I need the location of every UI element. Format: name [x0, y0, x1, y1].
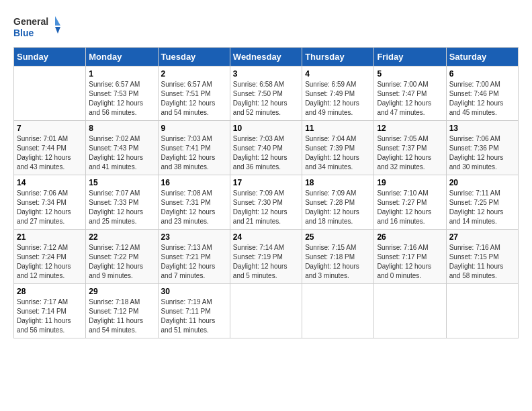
- day-number: 27: [449, 232, 515, 242]
- weekday-header-thursday: Thursday: [302, 48, 374, 66]
- calendar-cell: 28Sunrise: 7:17 AM Sunset: 7:14 PM Dayli…: [14, 284, 86, 338]
- day-info: Sunrise: 7:12 AM Sunset: 7:24 PM Dayligh…: [17, 243, 83, 281]
- day-number: 30: [161, 287, 227, 296]
- day-number: 15: [89, 178, 154, 187]
- calendar-cell: 6Sunrise: 7:00 AM Sunset: 7:46 PM Daylig…: [446, 66, 518, 121]
- weekday-header-sunday: Sunday: [14, 48, 86, 66]
- day-info: Sunrise: 7:01 AM Sunset: 7:44 PM Dayligh…: [17, 134, 83, 172]
- day-number: 13: [449, 124, 515, 133]
- calendar-cell: 13Sunrise: 7:06 AM Sunset: 7:36 PM Dayli…: [446, 121, 518, 175]
- day-number: 1: [89, 69, 154, 79]
- day-number: 20: [449, 178, 515, 187]
- calendar-cell: 21Sunrise: 7:12 AM Sunset: 7:24 PM Dayli…: [14, 230, 86, 284]
- calendar-cell: 1Sunrise: 6:57 AM Sunset: 7:53 PM Daylig…: [86, 66, 158, 121]
- day-number: 17: [233, 178, 299, 187]
- calendar-cell: 24Sunrise: 7:14 AM Sunset: 7:19 PM Dayli…: [230, 230, 302, 284]
- calendar-week-row: 7Sunrise: 7:01 AM Sunset: 7:44 PM Daylig…: [14, 121, 519, 175]
- day-info: Sunrise: 7:00 AM Sunset: 7:46 PM Dayligh…: [449, 80, 515, 118]
- calendar-cell: 23Sunrise: 7:13 AM Sunset: 7:21 PM Dayli…: [158, 230, 230, 284]
- day-info: Sunrise: 7:03 AM Sunset: 7:40 PM Dayligh…: [233, 134, 299, 172]
- day-number: 3: [233, 69, 299, 79]
- day-info: Sunrise: 7:14 AM Sunset: 7:19 PM Dayligh…: [233, 243, 299, 281]
- calendar-week-row: 1Sunrise: 6:57 AM Sunset: 7:53 PM Daylig…: [14, 66, 519, 121]
- svg-text:Blue: Blue: [13, 28, 34, 38]
- calendar-cell: 18Sunrise: 7:09 AM Sunset: 7:28 PM Dayli…: [302, 175, 374, 230]
- day-info: Sunrise: 7:02 AM Sunset: 7:43 PM Dayligh…: [89, 134, 154, 172]
- day-number: 7: [17, 124, 83, 133]
- calendar-cell: 9Sunrise: 7:03 AM Sunset: 7:41 PM Daylig…: [158, 121, 230, 175]
- calendar-cell: 8Sunrise: 7:02 AM Sunset: 7:43 PM Daylig…: [86, 121, 158, 175]
- day-info: Sunrise: 7:09 AM Sunset: 7:30 PM Dayligh…: [233, 189, 299, 226]
- day-info: Sunrise: 6:57 AM Sunset: 7:51 PM Dayligh…: [161, 80, 227, 118]
- day-info: Sunrise: 7:07 AM Sunset: 7:33 PM Dayligh…: [89, 189, 154, 226]
- calendar-cell: 22Sunrise: 7:12 AM Sunset: 7:22 PM Dayli…: [86, 230, 158, 284]
- calendar-cell: 25Sunrise: 7:15 AM Sunset: 7:18 PM Dayli…: [302, 230, 374, 284]
- day-number: 26: [377, 232, 443, 242]
- day-number: 21: [17, 232, 83, 242]
- day-info: Sunrise: 6:57 AM Sunset: 7:53 PM Dayligh…: [89, 80, 154, 118]
- svg-text:General: General: [13, 16, 48, 27]
- calendar-table: SundayMondayTuesdayWednesdayThursdayFrid…: [13, 47, 519, 338]
- calendar-cell: 19Sunrise: 7:10 AM Sunset: 7:27 PM Dayli…: [374, 175, 446, 230]
- calendar-cell: 5Sunrise: 7:00 AM Sunset: 7:47 PM Daylig…: [374, 66, 446, 121]
- day-number: 11: [305, 124, 371, 133]
- day-info: Sunrise: 7:05 AM Sunset: 7:37 PM Dayligh…: [377, 134, 443, 172]
- calendar-week-row: 28Sunrise: 7:17 AM Sunset: 7:14 PM Dayli…: [14, 284, 519, 338]
- day-info: Sunrise: 7:11 AM Sunset: 7:25 PM Dayligh…: [449, 189, 515, 226]
- calendar-cell: 14Sunrise: 7:06 AM Sunset: 7:34 PM Dayli…: [14, 175, 86, 230]
- calendar-cell: 30Sunrise: 7:19 AM Sunset: 7:11 PM Dayli…: [158, 284, 230, 338]
- calendar-cell: 20Sunrise: 7:11 AM Sunset: 7:25 PM Dayli…: [446, 175, 518, 230]
- day-info: Sunrise: 6:58 AM Sunset: 7:50 PM Dayligh…: [233, 80, 299, 118]
- day-info: Sunrise: 6:59 AM Sunset: 7:49 PM Dayligh…: [305, 80, 371, 118]
- day-number: 18: [305, 178, 371, 187]
- svg-marker-2: [55, 16, 60, 26]
- day-info: Sunrise: 7:16 AM Sunset: 7:17 PM Dayligh…: [377, 243, 443, 281]
- day-info: Sunrise: 7:08 AM Sunset: 7:31 PM Dayligh…: [161, 189, 227, 226]
- calendar-week-row: 21Sunrise: 7:12 AM Sunset: 7:24 PM Dayli…: [14, 230, 519, 284]
- calendar-cell: [374, 284, 446, 338]
- day-number: 19: [377, 178, 443, 187]
- weekday-header-monday: Monday: [86, 48, 158, 66]
- day-info: Sunrise: 7:04 AM Sunset: 7:39 PM Dayligh…: [305, 134, 371, 172]
- calendar-cell: [302, 284, 374, 338]
- day-number: 25: [305, 232, 371, 242]
- svg-marker-3: [55, 27, 60, 34]
- calendar-cell: 26Sunrise: 7:16 AM Sunset: 7:17 PM Dayli…: [374, 230, 446, 284]
- day-info: Sunrise: 7:16 AM Sunset: 7:15 PM Dayligh…: [449, 243, 515, 281]
- day-number: 6: [449, 69, 515, 79]
- calendar-cell: 15Sunrise: 7:07 AM Sunset: 7:33 PM Dayli…: [86, 175, 158, 230]
- day-number: 8: [89, 124, 154, 133]
- calendar-cell: 4Sunrise: 6:59 AM Sunset: 7:49 PM Daylig…: [302, 66, 374, 121]
- day-number: 12: [377, 124, 443, 133]
- calendar-cell: [230, 284, 302, 338]
- day-info: Sunrise: 7:19 AM Sunset: 7:11 PM Dayligh…: [161, 298, 227, 335]
- calendar-cell: 7Sunrise: 7:01 AM Sunset: 7:44 PM Daylig…: [14, 121, 86, 175]
- day-number: 22: [89, 232, 154, 242]
- calendar-cell: 3Sunrise: 6:58 AM Sunset: 7:50 PM Daylig…: [230, 66, 302, 121]
- day-info: Sunrise: 7:00 AM Sunset: 7:47 PM Dayligh…: [377, 80, 443, 118]
- day-number: 24: [233, 232, 299, 242]
- calendar-cell: 27Sunrise: 7:16 AM Sunset: 7:15 PM Dayli…: [446, 230, 518, 284]
- day-number: 16: [161, 178, 227, 187]
- day-info: Sunrise: 7:17 AM Sunset: 7:14 PM Dayligh…: [17, 298, 83, 335]
- day-number: 5: [377, 69, 443, 79]
- calendar-cell: 16Sunrise: 7:08 AM Sunset: 7:31 PM Dayli…: [158, 175, 230, 230]
- logo: General Blue: [13, 13, 60, 40]
- weekday-header-tuesday: Tuesday: [158, 48, 230, 66]
- header: General Blue: [13, 13, 519, 40]
- day-number: 4: [305, 69, 371, 79]
- day-info: Sunrise: 7:13 AM Sunset: 7:21 PM Dayligh…: [161, 243, 227, 281]
- calendar-week-row: 14Sunrise: 7:06 AM Sunset: 7:34 PM Dayli…: [14, 175, 519, 230]
- day-number: 28: [17, 287, 83, 296]
- day-info: Sunrise: 7:18 AM Sunset: 7:12 PM Dayligh…: [89, 298, 154, 335]
- calendar-cell: 11Sunrise: 7:04 AM Sunset: 7:39 PM Dayli…: [302, 121, 374, 175]
- day-info: Sunrise: 7:10 AM Sunset: 7:27 PM Dayligh…: [377, 189, 443, 226]
- weekday-header-friday: Friday: [374, 48, 446, 66]
- calendar-cell: [14, 66, 86, 121]
- logo-icon: General Blue: [13, 13, 60, 40]
- day-number: 10: [233, 124, 299, 133]
- day-number: 14: [17, 178, 83, 187]
- day-info: Sunrise: 7:06 AM Sunset: 7:36 PM Dayligh…: [449, 134, 515, 172]
- calendar-cell: 2Sunrise: 6:57 AM Sunset: 7:51 PM Daylig…: [158, 66, 230, 121]
- day-info: Sunrise: 7:15 AM Sunset: 7:18 PM Dayligh…: [305, 243, 371, 281]
